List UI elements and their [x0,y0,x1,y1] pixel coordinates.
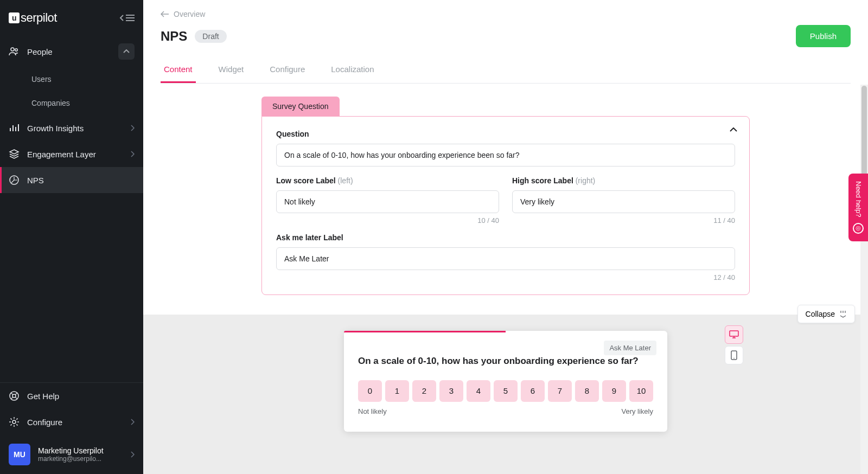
preview-ask-later-button[interactable]: Ask Me Later [604,341,656,355]
sidebar-item-users[interactable]: Users [0,67,143,91]
sidebar-item-label: Engagement Layer [27,150,96,159]
sidebar-item-label: Growth Insights [27,124,84,133]
device-toggle [725,325,743,364]
sidebar-item-label: NPS [27,176,44,185]
sidebar-item-growth-insights[interactable]: Growth Insights [0,115,143,141]
collapse-section-button[interactable] [118,43,135,60]
chevron-right-icon [130,419,135,425]
status-badge: Draft [195,30,226,43]
question-label: Question [276,130,735,138]
sidebar-item-label: Companies [31,99,70,107]
sidebar-item-label: Configure [27,418,62,427]
sidebar-item-get-help[interactable]: Get Help [0,383,143,409]
sidebar-item-people[interactable]: People [0,36,143,67]
scale-button-4[interactable]: 4 [467,380,490,402]
collapse-preview-button[interactable]: Collapse [797,305,855,323]
scale-button-8[interactable]: 8 [575,380,599,402]
preview-scale: 0 1 2 3 4 5 6 7 8 9 10 [358,380,653,402]
tab-content[interactable]: Content [161,57,196,83]
scale-button-2[interactable]: 2 [412,380,436,402]
scale-button-7[interactable]: 7 [548,380,572,402]
account-switcher[interactable]: MU Marketing Userpilot marketing@userpil… [0,435,143,474]
scale-button-5[interactable]: 5 [494,380,518,402]
chevron-up-icon [730,127,737,132]
svg-point-8 [733,358,735,359]
sidebar-item-nps[interactable]: NPS [0,167,143,193]
ask-later-input[interactable] [276,247,735,270]
mobile-view-button[interactable] [725,346,743,364]
chart-icon [9,123,20,133]
scale-high-label: Very likely [621,407,653,415]
svg-point-5 [12,420,16,424]
help-label: Need help? [854,181,863,217]
sidebar-item-companies[interactable]: Companies [0,91,143,115]
ask-later-label: Ask me later Label [276,233,735,242]
collapse-card-button[interactable] [730,127,737,132]
scale-button-10[interactable]: 10 [629,380,653,402]
page-title: NPS [161,29,187,44]
scale-button-1[interactable]: 1 [385,380,409,402]
avatar: MU [9,444,30,465]
section-tab[interactable]: Survey Question [261,97,340,116]
low-score-input[interactable] [276,190,499,213]
svg-point-0 [11,48,14,51]
lifebuoy-icon [9,390,20,401]
scale-low-label: Not likely [358,407,387,415]
later-char-count: 12 / 40 [276,273,735,281]
tab-widget[interactable]: Widget [215,57,247,83]
tab-localization[interactable]: Localization [328,57,377,83]
sidebar-footer: Get Help Configure MU Marketing Userpilo… [0,382,143,474]
high-score-hint: (right) [576,176,596,185]
chevron-left-icon [119,14,125,22]
account-email: marketing@userpilo... [38,455,123,463]
svg-rect-6 [730,331,738,336]
logo[interactable]: userpilot [9,11,57,25]
breadcrumb-label: Overview [174,10,205,18]
publish-button[interactable]: Publish [796,25,851,47]
low-score-hint: (left) [338,176,353,185]
avatar-initials: MU [14,450,25,459]
account-name: Marketing Userpilot [38,446,123,455]
high-score-label: High score Label (right) [512,176,735,185]
high-score-label-text: High score Label [512,176,573,185]
desktop-icon [729,330,739,339]
collapse-sidebar-button[interactable] [119,14,135,22]
sidebar-header: userpilot [0,0,143,36]
sidebar: userpilot People Users Companies [0,0,143,474]
editor-section: Survey Question Question Low score Label… [143,84,868,315]
desktop-view-button[interactable] [725,325,743,344]
content-area: Survey Question Question Low score Label… [143,84,868,474]
menu-icon [126,15,135,21]
need-help-tab[interactable]: Need help? ◎ [848,174,868,241]
editor-card: Question Low score Label (left) 10 / 40 [261,116,750,295]
high-char-count: 11 / 40 [512,216,735,225]
svg-point-1 [15,49,17,51]
main-content: Overview NPS Draft Publish Content Widge… [143,0,868,474]
tabs: Content Widget Configure Localization [161,57,851,84]
chevron-right-icon [130,151,135,157]
chevron-right-icon [130,451,135,458]
scale-button-3[interactable]: 3 [439,380,463,402]
chevron-up-icon [123,49,130,54]
preview-question: On a scale of 0-10, how has your onboard… [358,355,653,368]
low-char-count: 10 / 40 [276,216,499,225]
high-score-input[interactable] [512,190,735,213]
sidebar-item-label: People [27,47,53,56]
arrow-left-icon [161,11,169,17]
preview-card: Ask Me Later On a scale of 0-10, how has… [344,331,667,432]
title-left: NPS Draft [161,29,227,44]
scale-button-6[interactable]: 6 [521,380,545,402]
scale-button-0[interactable]: 0 [358,380,382,402]
sidebar-item-configure[interactable]: Configure [0,409,143,435]
breadcrumb[interactable]: Overview [161,10,851,18]
account-info: Marketing Userpilot marketing@userpilo..… [38,446,123,463]
sidebar-nav: People Users Companies Growth Insights [0,36,143,382]
tab-configure[interactable]: Configure [266,57,308,83]
logo-text: serpilot [21,11,57,25]
gear-icon [9,417,20,427]
sidebar-item-engagement-layer[interactable]: Engagement Layer [0,141,143,167]
scale-button-9[interactable]: 9 [602,380,626,402]
lifebuoy-icon: ◎ [853,223,864,234]
question-input[interactable] [276,144,735,166]
low-score-label-text: Low score Label [276,176,336,185]
